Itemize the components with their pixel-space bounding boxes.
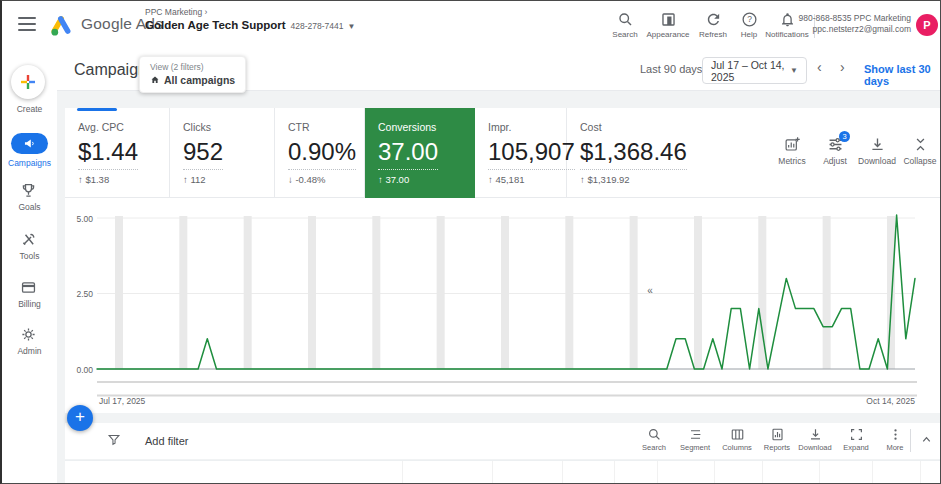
sidebar-item-goals[interactable]	[20, 182, 40, 199]
svg-text:2.50: 2.50	[76, 289, 93, 299]
collapse-arrows-icon	[912, 136, 929, 153]
scorecard-ctr[interactable]: CTR 0.90% ↓ -0.48%	[275, 108, 365, 198]
scorecard-clicks[interactable]: Clicks 952 ↑ 112	[170, 108, 275, 198]
create-label: Create	[2, 104, 57, 114]
google-ads-campaigns-page: { "topbar": { "product": "Google Ads", "…	[0, 0, 941, 484]
scorecards-row: Avg. CPC $1.44 ↑ $1.38 Clicks 952 ↑ 112 …	[65, 108, 941, 198]
adjust-button[interactable]: 3 Adjust	[813, 136, 857, 166]
sidebar-label-campaigns: Campaigns	[2, 158, 57, 168]
account-selector[interactable]: Golden Age Tech Support428-278-7441▼	[145, 19, 355, 31]
delta: ↑ 37.00	[378, 174, 475, 185]
campaigns-table-stub	[65, 460, 941, 484]
create-button[interactable]	[11, 65, 45, 99]
plus-icon	[20, 74, 36, 90]
tools-icon	[20, 231, 37, 248]
breadcrumb: PPC Marketing › Golden Age Tech Support4…	[145, 7, 355, 31]
date-prev-button[interactable]: ‹	[817, 59, 822, 75]
collapse-button[interactable]: Collapse	[898, 136, 941, 166]
chart-x-end-label: Oct 14, 2025	[866, 396, 915, 406]
top-bar: Google Ads PPC Marketing › Golden Age Te…	[2, 1, 941, 49]
main-menu-icon[interactable]	[18, 17, 36, 31]
expand-button[interactable]: Expand	[834, 427, 878, 452]
topbar-search-button[interactable]: Search	[602, 11, 648, 39]
delta: ↑ 112	[183, 174, 274, 185]
filter-funnel-icon[interactable]	[107, 433, 121, 447]
topbar-appearance-button[interactable]: Appearance	[645, 11, 691, 39]
date-next-button[interactable]: ›	[840, 59, 845, 75]
megaphone-icon	[23, 137, 36, 150]
delta: ↓ -0.48%	[288, 174, 364, 185]
fab-add-button[interactable]: +	[67, 405, 93, 431]
sidebar-item-billing[interactable]	[20, 279, 40, 296]
chart-x-start-label: Jul 17, 2025	[99, 396, 145, 406]
svg-text:0.00: 0.00	[76, 365, 93, 375]
date-preset-label: Last 90 days	[640, 63, 702, 75]
trophy-icon	[20, 182, 37, 199]
account-id: 428-278-7441	[291, 21, 344, 31]
svg-text:5.00: 5.00	[76, 214, 93, 224]
view-chip-filters: View (2 filters)	[150, 62, 235, 72]
breadcrumb-parent: PPC Marketing	[145, 7, 202, 17]
date-range-select[interactable]: Jul 17 – Oct 14, 2025 ▼	[702, 57, 807, 84]
view-chip-name: All campaigns	[164, 74, 235, 86]
columns-button[interactable]: Columns	[715, 427, 759, 452]
profile-account: 980-868-8535 PPC Marketing	[799, 13, 911, 24]
chart-scroll-collapse-icon[interactable]: «	[640, 285, 660, 296]
campaigns-overview-panel: Avg. CPC $1.44 ↑ $1.38 Clicks 952 ↑ 112 …	[65, 108, 941, 413]
segment-button[interactable]: Segment	[673, 427, 717, 452]
profile-email: ppc.netsterz2@gmail.com	[799, 24, 911, 35]
show-last-30-days-link[interactable]: Show last 30 days	[864, 63, 941, 87]
table-toolbar: Add filter Search Segment Columns Report…	[65, 423, 941, 459]
sidebar-label-admin: Admin	[2, 346, 57, 356]
sidebar-item-campaigns[interactable]	[11, 133, 48, 154]
download-icon	[869, 136, 886, 153]
sidebar-item-admin[interactable]	[20, 326, 40, 343]
scorecard-impressions[interactable]: Impr. 105,907 ↑ 45,181	[475, 108, 567, 198]
adjust-badge: 3	[839, 131, 850, 142]
sidebar-label-billing: Billing	[2, 299, 57, 309]
left-nav: Create Campaigns Goals Tools Billing Adm…	[2, 49, 57, 484]
metrics-button[interactable]: Metrics	[770, 136, 814, 166]
delta: ↑ $1,319.92	[580, 174, 672, 185]
chart-download-button[interactable]: Download	[855, 136, 899, 166]
home-icon	[150, 75, 160, 85]
table-download-button[interactable]: Download	[793, 427, 837, 452]
sidebar-label-goals: Goals	[2, 202, 57, 212]
collapse-table-chevron-icon[interactable]	[920, 433, 933, 446]
delta: ↑ $1.38	[78, 174, 169, 185]
breadcrumb-chevron-icon: ›	[205, 7, 208, 17]
add-filter-button[interactable]: Add filter	[145, 435, 188, 447]
page-header: Campaigns View (2 filters) All campaigns…	[57, 49, 941, 91]
profile-info: 980-868-8535 PPC Marketing ppc.netsterz2…	[799, 13, 911, 36]
date-range-value: Jul 17 – Oct 14, 2025	[711, 59, 786, 83]
credit-card-icon	[20, 279, 37, 296]
caret-down-icon: ▼	[790, 66, 798, 75]
scorecard-cost[interactable]: Cost $1,368.46 ↑ $1,319.92	[567, 108, 672, 198]
metrics-chart-icon	[784, 136, 801, 153]
conversions-time-series-chart[interactable]: 5.002.500.00	[65, 198, 941, 413]
delta: ↑ 45,181	[488, 174, 566, 185]
avatar[interactable]: P	[916, 14, 938, 36]
view-filter-chip[interactable]: View (2 filters) All campaigns	[139, 56, 246, 93]
google-ads-logo-icon	[48, 12, 74, 38]
sidebar-label-tools: Tools	[2, 251, 57, 261]
scorecard-avg-cpc[interactable]: Avg. CPC $1.44 ↑ $1.38	[65, 108, 170, 198]
toolbar-divider	[910, 429, 911, 452]
scorecard-conversions-selected[interactable]: Conversions 37.00 ↑ 37.00	[365, 108, 475, 198]
sidebar-item-tools[interactable]	[20, 231, 40, 248]
caret-down-icon: ▼	[348, 22, 356, 31]
table-search-button[interactable]: Search	[632, 427, 676, 452]
gear-icon	[20, 326, 37, 343]
svg-text:?: ?	[747, 14, 752, 24]
